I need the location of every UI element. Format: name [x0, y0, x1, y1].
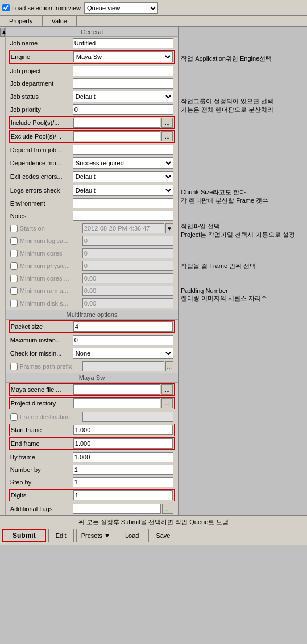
min-cores2-checkbox[interactable]: [10, 275, 18, 282]
starts-on-btn[interactable]: ▼: [165, 223, 173, 233]
environment-input[interactable]: [73, 198, 173, 208]
min-physical-input[interactable]: [82, 261, 173, 271]
exclude-pools-label: Exclude Pool(s)/...: [11, 133, 73, 140]
max-instances-label: Maximum instan...: [10, 337, 73, 344]
min-ram-checkbox[interactable]: [10, 287, 18, 295]
min-cores-input[interactable]: [82, 248, 173, 258]
value-header: Value: [43, 16, 77, 26]
starts-on-input[interactable]: [82, 223, 164, 233]
job-status-row: Job status Default Active Paused: [6, 90, 178, 103]
min-physical-checkbox[interactable]: [10, 262, 18, 270]
digits-container: Digits: [9, 489, 175, 501]
end-frame-input[interactable]: [73, 438, 173, 449]
job-name-row: Job name: [6, 37, 178, 49]
frames-prefix-label: Frames path prefix: [20, 363, 82, 370]
min-logical-input[interactable]: [82, 236, 173, 246]
job-name-input[interactable]: [73, 38, 173, 48]
min-disk-input[interactable]: [82, 298, 173, 308]
prop-value-header: Property Value: [0, 16, 307, 27]
exit-codes-row: Exit codes errors... Default Custom: [6, 170, 178, 183]
project-dir-btn[interactable]: ...: [161, 398, 173, 408]
job-status-select[interactable]: Default Active Paused: [73, 91, 173, 102]
packet-annotation-text: Chunk Size라고도 한다. 각 렌더팜에 분산할 Frame 갯수: [181, 189, 268, 204]
project-dir-input[interactable]: [73, 398, 160, 408]
submit-button[interactable]: Submit: [2, 529, 46, 542]
presets-label: Presets: [81, 532, 102, 539]
frames-prefix-checkbox[interactable]: [10, 363, 18, 370]
by-frame-row: By frame: [6, 451, 178, 463]
step-by-row: Step by: [6, 476, 178, 488]
exclude-pools-input[interactable]: [73, 131, 160, 141]
edit-button[interactable]: Edit: [48, 529, 74, 542]
digits-label: Digits: [11, 492, 73, 499]
job-department-input[interactable]: [73, 78, 173, 89]
min-ram-label: Minimum ram a...: [20, 287, 82, 294]
number-by-input[interactable]: [73, 465, 173, 475]
packet-size-input[interactable]: [73, 321, 173, 332]
depend-from-input[interactable]: [73, 145, 173, 155]
by-frame-input[interactable]: [73, 452, 173, 462]
include-pools-input[interactable]: [73, 118, 160, 128]
end-frame-row: End frame: [10, 438, 174, 449]
max-instances-input[interactable]: [73, 335, 173, 345]
min-logical-row: Minimum logica...: [6, 235, 178, 247]
engine-label: Engine: [11, 53, 73, 60]
load-selection-checkbox[interactable]: [2, 4, 10, 11]
scene-file-input[interactable]: [73, 384, 160, 395]
notes-input[interactable]: [73, 211, 173, 221]
notes-row: Notes: [6, 210, 178, 222]
scroll-up[interactable]: ▲: [0, 28, 5, 37]
scene-annotation: 작업파일 선택 Project는 작업파일 선택시 자동으로 설정: [181, 222, 305, 239]
check-missing-row: Check for missin... None Error Warning: [6, 346, 178, 360]
save-button[interactable]: Save: [148, 529, 177, 542]
exit-codes-select[interactable]: Default Custom: [73, 171, 173, 182]
annotations-area: 작업 Application위한 Engine선택 작업그룹이 설정되어 있으면…: [179, 27, 307, 515]
scene-file-btn[interactable]: ...: [161, 384, 173, 395]
environment-label: Environment: [10, 200, 73, 207]
additional-flags-btn[interactable]: ...: [162, 504, 173, 514]
min-cores2-input[interactable]: [82, 273, 173, 283]
min-physical-label: Minimum physic...: [20, 262, 82, 269]
min-ram-input[interactable]: [82, 286, 173, 296]
engine-annotation: 작업 Application위한 Engine선택: [181, 55, 305, 63]
frame-dest-input[interactable]: [82, 412, 173, 422]
min-disk-row: Minimum disk s...: [6, 297, 178, 310]
packet-size-label: Packet size: [11, 323, 73, 330]
logs-errors-select[interactable]: Default Custom: [73, 185, 173, 196]
engine-select[interactable]: Maya Sw Maya HW Mental Ray: [73, 51, 173, 62]
job-status-label: Job status: [10, 93, 73, 100]
job-priority-row: Job priority: [6, 103, 178, 116]
max-instances-row: Maximum instan...: [6, 334, 178, 346]
general-section-label: General: [6, 27, 178, 37]
bottom-note: 위 모든 설정후 Submit을 선택하면 작업 Queue로 보냄: [2, 518, 305, 526]
presets-button[interactable]: Presets ▼: [76, 529, 115, 542]
frames-prefix-btn[interactable]: ...: [165, 361, 173, 371]
min-logical-label: Minimum logica...: [20, 237, 82, 244]
form-area: General Job name Engine Maya Sw Maya HW …: [6, 27, 179, 515]
digits-input[interactable]: [73, 490, 173, 500]
include-pools-container: Include Pool(s)/... ...: [9, 116, 175, 129]
environment-row: Environment: [6, 197, 178, 210]
min-cores-checkbox[interactable]: [10, 250, 18, 257]
include-pools-label: Include Pool(s)/...: [11, 119, 73, 126]
number-by-label: Number by: [10, 466, 73, 473]
step-by-input[interactable]: [73, 477, 173, 487]
min-logical-checkbox[interactable]: [10, 237, 18, 245]
start-frame-input[interactable]: [73, 425, 173, 435]
frames-prefix-input[interactable]: [82, 361, 164, 371]
exclude-pools-button[interactable]: ...: [161, 131, 173, 141]
bottom-bar: 위 모든 설정후 Submit을 선택하면 작업 Queue로 보냄 Submi…: [0, 515, 307, 545]
starts-on-checkbox[interactable]: [10, 225, 18, 232]
queue-view-select[interactable]: Queue view: [84, 2, 158, 14]
job-project-input[interactable]: [73, 66, 173, 76]
frame-dest-row: Frame destination: [6, 411, 178, 423]
check-missing-select[interactable]: None Error Warning: [73, 348, 173, 359]
load-button[interactable]: Load: [118, 529, 146, 542]
additional-flags-input[interactable]: [73, 504, 161, 514]
min-disk-checkbox[interactable]: [10, 300, 18, 307]
dependence-mode-select[interactable]: Success required All tasks complete None: [73, 157, 173, 169]
load-selection-label: Load selection from view: [12, 5, 81, 11]
job-priority-input[interactable]: [73, 104, 173, 115]
frame-dest-checkbox[interactable]: [10, 413, 18, 421]
include-pools-button[interactable]: ...: [161, 118, 173, 128]
